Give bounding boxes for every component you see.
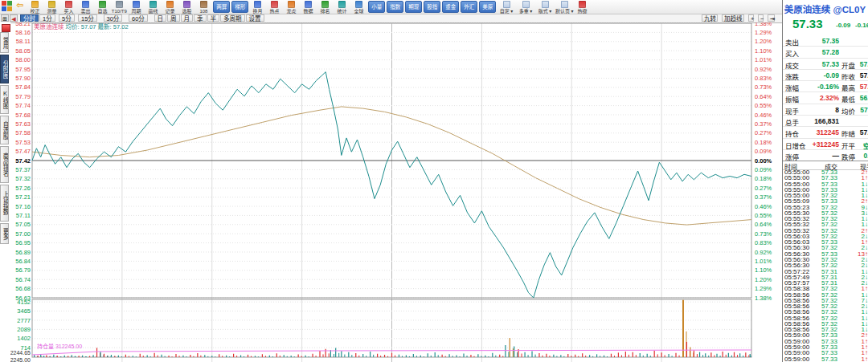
- nine-turn-button[interactable]: 九转: [702, 14, 718, 22]
- price-axis-label: 56.74: [15, 276, 31, 283]
- toolbar-button-label: 多重 ▾: [519, 9, 533, 14]
- toolbar-button[interactable]: 108: [195, 0, 212, 14]
- toolbar-button[interactable]: 热键: [574, 0, 591, 14]
- toolbar-pill-button[interactable]: 期现: [405, 1, 422, 13]
- scroll-right-button[interactable]: ⇥: [768, 14, 775, 22]
- period-tab[interactable]: 5分: [59, 14, 75, 22]
- sidebar-tab-item[interactable]: 常用: [0, 32, 9, 53]
- period-tab[interactable]: 季: [194, 14, 207, 22]
- toolbar-dropdown-button[interactable]: 多重 ▾: [516, 0, 535, 14]
- back-arrow-icon[interactable]: ⇦: [16, 0, 23, 10]
- pct-axis-label: 0.09%: [755, 148, 772, 155]
- toolbar-button[interactable]: 热点: [266, 0, 283, 14]
- pct-axis-label: 0.55%: [755, 212, 772, 219]
- toolbar-dropdown-button[interactable]: 版式 ▾: [535, 0, 555, 14]
- period-tab[interactable]: 月: [181, 14, 194, 22]
- price-axis-label: 57.74: [15, 102, 31, 109]
- quote-row: 成交57.33开盘57.41: [783, 59, 868, 70]
- dropdown-icon: [542, 1, 549, 8]
- time-and-sales[interactable]: 05:55:0057.332↑05:55:0057.331↑05:55:0057…: [783, 169, 868, 362]
- period-tab[interactable]: 设置: [246, 14, 264, 22]
- toolbar-button[interactable]: 卖出: [77, 0, 94, 14]
- toolbar-button-label: 热点: [270, 9, 280, 14]
- pct-axis-label: 0.64%: [755, 93, 772, 100]
- period-tab[interactable]: 分时: [20, 14, 39, 22]
- toolbar-button[interactable]: 自选: [94, 0, 111, 14]
- toolbar-button[interactable]: 选股: [178, 0, 195, 14]
- toolbar-pill-button[interactable]: 外汇: [461, 1, 477, 13]
- toolbar-dropdown-button[interactable]: 默认页 ▾: [555, 0, 574, 14]
- toolbar-button[interactable]: 买入: [60, 0, 77, 14]
- toolbar-pill-button[interactable]: 梯形: [231, 1, 248, 13]
- hotspot-icon: [271, 1, 278, 8]
- period-tab[interactable]: 15分: [78, 14, 97, 22]
- pct-axis-label: 1.29%: [755, 29, 772, 36]
- quote-label: 涨跌: [785, 71, 799, 81]
- price-axis-label: 57.16: [15, 203, 31, 210]
- pct-axis-label: 1.10%: [755, 47, 772, 55]
- volume-axis-label: 4152: [17, 299, 31, 306]
- toolbar-button[interactable]: 测量: [43, 0, 60, 14]
- price-axis-label: 57.68: [15, 112, 31, 119]
- zoom-out-button[interactable]: −: [758, 14, 764, 22]
- toolbar-button[interactable]: 换月: [249, 0, 266, 14]
- pct-axis-label: 1.01%: [755, 258, 772, 265]
- price-axis-label: 58.11: [16, 38, 31, 45]
- toolbar-button[interactable]: 排名: [317, 0, 334, 14]
- volume-axis-label: 2777: [17, 317, 31, 324]
- data-icon: [305, 1, 312, 8]
- sidebar-tab-item[interactable]: 商品排名: [0, 146, 9, 183]
- toolbar-button[interactable]: 龙虎: [283, 0, 300, 14]
- toolbar-button[interactable]: T10/T9: [111, 0, 128, 14]
- toolbar-pill-button[interactable]: 小量: [368, 1, 385, 13]
- pct-axis-label: 0.09%: [755, 166, 772, 173]
- price-change-pct: -0.16%: [855, 22, 868, 29]
- sidebar-tab-item[interactable]: 更多: [0, 223, 9, 244]
- tape-time: 05:59:00: [784, 356, 809, 362]
- toolbar-button[interactable]: 画线: [145, 0, 162, 14]
- price-axis-label: 57.53: [15, 139, 31, 146]
- toolbar-pill-button[interactable]: 重金: [442, 1, 459, 13]
- toolbar-pill-button[interactable]: 美原: [479, 1, 496, 13]
- sidebar-tab-item[interactable]: 自选股: [0, 116, 9, 144]
- pct-axis-label: 0.46%: [755, 112, 772, 119]
- price-change: -0.09: [836, 22, 850, 29]
- quote-value-2: 56.60: [841, 94, 868, 102]
- toolbar-dropdown-button[interactable]: 自定 ▾: [497, 0, 516, 14]
- chart-header: 美原油连续 均价: 57.07 最新: 57.02: [34, 22, 129, 31]
- trendline-button[interactable]: 加趋线: [722, 14, 744, 22]
- period-icon: [133, 1, 140, 8]
- period-tab[interactable]: 60分: [129, 14, 148, 22]
- toolbar-pill-button[interactable]: 两屏: [213, 1, 230, 13]
- pct-axis-label: 0.37%: [755, 193, 772, 201]
- toolbar-button[interactable]: 数据: [300, 0, 317, 14]
- rank-icon: [321, 1, 329, 8]
- toolbar-button[interactable]: 周期: [128, 0, 145, 14]
- sidebar-mini-icon[interactable]: [2, 24, 10, 32]
- zoom-in-button[interactable]: +: [748, 14, 754, 22]
- chart-nav-icon[interactable]: ◀: [10, 14, 18, 22]
- toolbar-button-label: 测量: [47, 9, 57, 14]
- period-tab[interactable]: 周: [167, 14, 180, 22]
- toolbar-button[interactable]: 校正: [27, 0, 43, 14]
- sidebar-tab-item[interactable]: K线图: [0, 85, 9, 114]
- period-tab[interactable]: 日: [154, 14, 167, 22]
- toolbar-button[interactable]: 记录: [162, 0, 178, 14]
- sidebar-tab-selected[interactable]: 分时图: [0, 55, 9, 83]
- period-tab[interactable]: 多周期: [220, 14, 245, 22]
- toolbar-button[interactable]: 全球: [350, 0, 367, 14]
- intraday-chart[interactable]: 58.211.38%58.161.29%58.111.20%58.051.10%…: [0, 22, 782, 362]
- sidebar-tab-item[interactable]: 上证指数: [0, 185, 9, 222]
- toolbar-button[interactable]: 统计: [334, 0, 350, 14]
- volume-axis-label: 1402: [17, 335, 31, 342]
- period-tab[interactable]: 1分: [39, 14, 55, 22]
- period-tab[interactable]: 30分: [104, 14, 123, 22]
- toolbar-pill-button[interactable]: 指数: [387, 1, 403, 13]
- toolbar-pill-button[interactable]: 股指: [424, 1, 440, 13]
- price-axis-label: 57.37: [15, 166, 31, 173]
- quote-value-2: 57.42: [841, 128, 868, 136]
- instrument-title: 美原油连续 @CL0Y: [783, 2, 868, 15]
- trading-app-window: ⇦ 校正测量买入卖出自选T10/T9周期画线记录选股108两屏梯形换月热点龙虎数…: [0, 0, 868, 362]
- grid-view-icon[interactable]: ⊞: [1, 14, 9, 22]
- period-tab[interactable]: 半: [207, 14, 220, 22]
